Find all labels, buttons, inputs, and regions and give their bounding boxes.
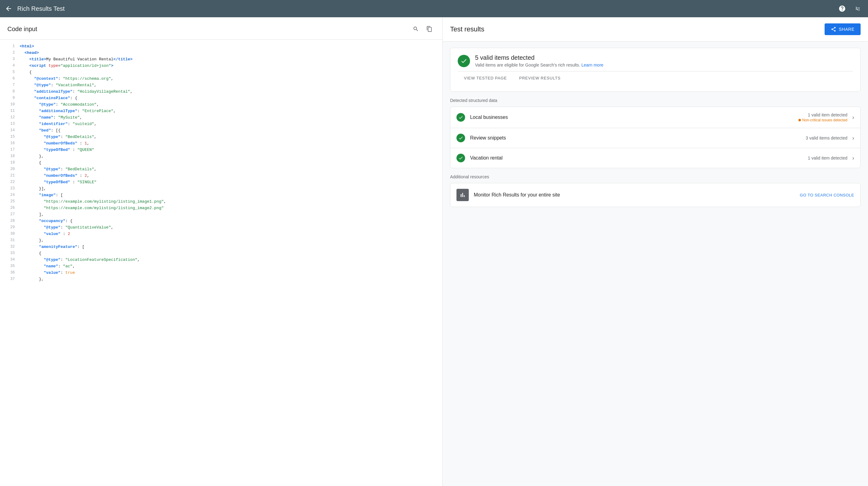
tab-preview-results[interactable]: PREVIEW RESULTS <box>513 72 567 85</box>
code-line: 12 "name": "MySuite", <box>0 115 442 121</box>
resource-item-search-console[interactable]: Monitor Rich Results for your entire sit… <box>450 183 860 207</box>
code-line: 33 { <box>0 250 442 257</box>
summary-top: 5 valid items detected Valid items are e… <box>458 54 853 67</box>
code-line: 36 "value": true <box>0 270 442 276</box>
code-line: 17 "typeOfBed" : "QUEEN" <box>0 147 442 153</box>
code-line: 8 "additionalType": "HolidayVillageRenta… <box>0 89 442 95</box>
code-line: 15 "@type": "BedDetails", <box>0 134 442 140</box>
detected-count-local: 1 valid item detected Non-critical issue… <box>799 112 847 122</box>
copy-button[interactable] <box>424 23 435 34</box>
summary-tabs: VIEW TESTED PAGE PREVIEW RESULTS <box>458 72 853 85</box>
results-body: 5 valid items detected Valid items are e… <box>443 41 868 213</box>
search-button[interactable] <box>410 23 422 34</box>
detected-name-local: Local businesses <box>470 115 799 120</box>
help-button[interactable] <box>837 4 847 13</box>
code-line: 27 ], <box>0 211 442 218</box>
results-title: Test results <box>450 25 484 33</box>
code-line: 2 <head> <box>0 50 442 56</box>
code-actions <box>410 23 435 34</box>
search-console-icon <box>457 189 469 201</box>
back-button[interactable] <box>5 5 12 12</box>
summary-card: 5 valid items detected Valid items are e… <box>450 48 861 92</box>
detected-section-title: Detected structured data <box>450 98 861 103</box>
code-panel: Code input 1 <html> <box>0 17 443 486</box>
tab-view-tested-page[interactable]: VIEW TESTED PAGE <box>458 72 513 85</box>
code-line: 32 "amenityFeature": [ <box>0 244 442 250</box>
resource-name: Monitor Rich Results for your entire sit… <box>474 192 800 198</box>
detected-count-vacation: 1 valid item detected <box>808 155 847 161</box>
code-line: 9 "containsPlace": { <box>0 95 442 102</box>
code-line: 34 "@type": "LocationFeatureSpecificatio… <box>0 257 442 263</box>
code-line: 1 <html> <box>0 44 442 50</box>
code-line: 10 "@type": "Accommodation", <box>0 102 442 108</box>
additional-section-title: Additional resources <box>450 174 861 179</box>
check-icon-local <box>457 113 465 122</box>
detected-card: Local businesses 1 valid item detected N… <box>450 107 861 168</box>
code-line: 13 "identifier": "suiteid", <box>0 121 442 127</box>
learn-more-link[interactable]: Learn more <box>582 62 603 67</box>
code-line: 37 }, <box>0 276 442 283</box>
detected-item-vacation-rental[interactable]: Vacation rental 1 valid item detected › <box>450 148 860 168</box>
code-editor[interactable]: 1 <html> 2 <head> 3 <title>My Beautiful … <box>0 40 442 486</box>
code-line: 4 <script type="application/ld+json"> <box>0 63 442 69</box>
code-line: 26 "https://example.com/mylisting/listin… <box>0 205 442 211</box>
code-line: 3 <title>My Beautiful Vacation Rental</t… <box>0 56 442 63</box>
apps-button[interactable] <box>853 4 863 13</box>
topbar: Rich Results Test <box>0 0 868 17</box>
code-line: 35 "name": "ac", <box>0 263 442 270</box>
summary-text: 5 valid items detected Valid items are e… <box>475 54 603 67</box>
detected-name-review: Review snippets <box>470 135 806 141</box>
code-panel-header: Code input <box>0 17 442 40</box>
code-line: 28 "occupancy": { <box>0 218 442 225</box>
code-line: 16 "numberOfBeds" : 1, <box>0 140 442 147</box>
share-button[interactable]: SHARE <box>825 23 861 35</box>
code-line: 6 "@context": "https://schema.org", <box>0 76 442 82</box>
main-layout: Code input 1 <html> <box>0 17 868 486</box>
detected-count-review: 3 valid items detected <box>806 136 847 140</box>
chevron-right-icon-3: › <box>852 155 854 162</box>
code-line: 21 "numberOfBeds" : 2, <box>0 173 442 179</box>
code-line: 24 "image": [ <box>0 192 442 199</box>
code-line: 23 }], <box>0 186 442 192</box>
detected-name-vacation: Vacation rental <box>470 155 808 161</box>
code-line: 7 "@type": "VacationRental", <box>0 82 442 89</box>
code-line: 31 }, <box>0 237 442 244</box>
code-line: 20 "@type": "BedDetails", <box>0 166 442 173</box>
code-line: 22 "typeOfBed" : "SINGLE" <box>0 179 442 186</box>
detected-item-local-businesses[interactable]: Local businesses 1 valid item detected N… <box>450 107 860 128</box>
code-line: 14 "bed": [{ <box>0 127 442 134</box>
results-header: Test results SHARE <box>443 17 868 41</box>
code-line: 25 "https://example.com/mylisting/listin… <box>0 199 442 205</box>
go-to-search-console-link[interactable]: GO TO SEARCH CONSOLE <box>800 193 854 197</box>
code-line: 19 { <box>0 160 442 166</box>
chevron-right-icon: › <box>852 114 854 121</box>
code-line: 18 }, <box>0 153 442 160</box>
results-panel: Test results SHARE 5 valid it <box>443 17 868 486</box>
check-icon-vacation <box>457 154 465 162</box>
chevron-right-icon-2: › <box>852 135 854 141</box>
code-panel-title: Code input <box>7 26 37 33</box>
valid-count: 5 valid items detected <box>475 54 603 61</box>
resource-card: Monitor Rich Results for your entire sit… <box>450 183 861 207</box>
code-line: 29 "@type": "QuantitativeValue", <box>0 225 442 231</box>
topbar-actions <box>837 4 863 13</box>
code-line: 30 "value" : 2 <box>0 231 442 237</box>
code-line: 11 "additionalType": "EntirePlace", <box>0 108 442 115</box>
detected-issue-local: Non-critical issues detected <box>799 118 847 122</box>
valid-icon <box>458 55 470 67</box>
detected-item-review-snippets[interactable]: Review snippets 3 valid items detected › <box>450 128 860 148</box>
app-title: Rich Results Test <box>17 5 832 12</box>
summary-description: Valid items are eligible for Google Sear… <box>475 62 603 67</box>
code-line: 5 { <box>0 69 442 76</box>
check-icon-review <box>457 134 465 142</box>
orange-dot-icon <box>799 119 801 121</box>
